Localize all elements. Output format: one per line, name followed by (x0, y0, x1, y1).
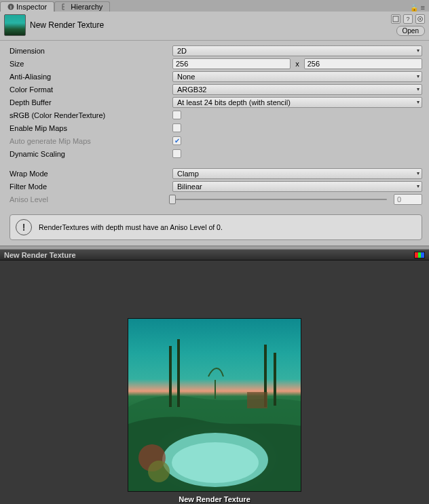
mipmaps-label: Enable Mip Maps (10, 124, 172, 132)
tab-inspector[interactable]: i Inspector (0, 1, 54, 12)
antialiasing-label: Anti-Aliasing (10, 73, 172, 81)
wrapmode-label: Wrap Mode (10, 170, 172, 178)
colorformat-dropdown[interactable]: ARGB32 (172, 84, 422, 95)
preview-titlebar: New Render Texture (0, 250, 429, 260)
preset-icon[interactable] (391, 14, 400, 24)
header-toolbar: ? (391, 14, 425, 24)
size-y-field[interactable] (304, 58, 422, 69)
wrapmode-dropdown[interactable]: Clamp (172, 168, 422, 179)
svg-point-7 (172, 442, 259, 483)
dimension-label: Dimension (10, 47, 172, 55)
preview-image (128, 318, 301, 492)
antialiasing-dropdown[interactable]: None (172, 71, 422, 82)
info-box-icon: ! (16, 219, 32, 235)
hierarchy-icon (62, 3, 69, 10)
gear-icon[interactable] (415, 14, 425, 24)
svg-point-5 (419, 18, 421, 20)
lock-icon[interactable]: 🔒 (410, 4, 418, 12)
filtermode-dropdown[interactable]: Bilinear (172, 181, 422, 192)
info-icon: i (7, 3, 14, 10)
filtermode-label: Filter Mode (10, 182, 172, 191)
mipmaps-checkbox[interactable] (172, 123, 181, 132)
size-x-field[interactable] (172, 58, 291, 69)
aniso-label: Aniso Level (10, 195, 172, 203)
preview-caption-name: New Render Texture (159, 495, 271, 504)
tab-hierarchy-label: Hierarchy (71, 3, 102, 11)
dimension-dropdown[interactable]: 2D (172, 45, 422, 56)
svg-rect-8 (169, 346, 172, 407)
aniso-slider (172, 194, 387, 205)
size-multiply-label: x (293, 60, 301, 68)
automip-label: Auto generate Mip Maps (10, 137, 172, 145)
panel-menu-icon[interactable]: ≡ (421, 3, 425, 12)
dynscale-checkbox[interactable] (172, 149, 181, 158)
help-icon[interactable]: ? (403, 14, 413, 24)
preview-pane: New Render Texture New Render Texture (0, 250, 429, 504)
size-label: Size (10, 60, 172, 68)
svg-rect-11 (274, 353, 276, 406)
srgb-label: sRGB (Color RenderTexture) (10, 111, 172, 119)
tabbar-right: 🔒 ≡ (406, 3, 429, 12)
info-box: ! RenderTextures with depth must have an… (10, 214, 422, 240)
svg-text:i: i (10, 5, 12, 9)
properties-panel: Dimension 2D Size x Anti-Aliasing None C… (0, 41, 429, 210)
automip-checkbox: ✔ (172, 136, 181, 145)
asset-header: New Render Texture ? Open (0, 12, 429, 41)
dynscale-label: Dynamic Scaling (10, 150, 172, 158)
svg-rect-14 (247, 392, 267, 408)
info-box-text: RenderTextures with depth must have an A… (39, 223, 223, 231)
depthbuffer-dropdown[interactable]: At least 24 bits depth (with stencil) (172, 97, 422, 108)
asset-title: New Render Texture (30, 20, 104, 30)
svg-text:?: ? (406, 16, 409, 22)
svg-rect-9 (177, 339, 180, 407)
preview-info: New Render Texture 256x256 Linear ARGB32… (159, 495, 271, 504)
svg-point-13 (148, 461, 170, 482)
preview-title: New Render Texture (4, 251, 76, 259)
aniso-field (394, 194, 422, 205)
open-button[interactable]: Open (396, 26, 425, 36)
tab-bar: i Inspector Hierarchy 🔒 ≡ (0, 0, 429, 12)
srgb-checkbox[interactable] (172, 111, 181, 119)
colorformat-label: Color Format (10, 85, 172, 94)
tab-inspector-label: Inspector (16, 3, 47, 11)
svg-rect-2 (393, 16, 398, 22)
depthbuffer-label: Depth Buffer (10, 98, 172, 106)
rgb-channels-button[interactable] (414, 252, 425, 258)
tab-hierarchy[interactable]: Hierarchy (54, 1, 110, 12)
asset-thumbnail (4, 14, 26, 36)
